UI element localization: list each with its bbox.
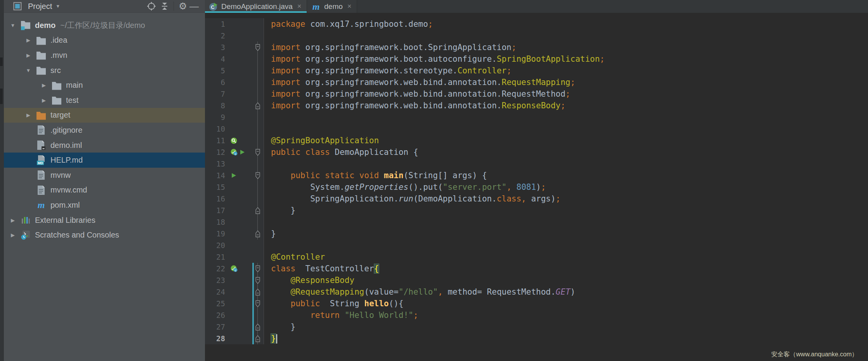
- code-text[interactable]: package com.xq17.springboot.demo;: [264, 18, 868, 30]
- code-line-4[interactable]: 4import org.springframework.boot.autocon…: [205, 53, 868, 65]
- code-text[interactable]: public static void main(String[] args) {: [264, 170, 868, 181]
- fold-start-icon[interactable]: [255, 149, 260, 156]
- collapsed-arrow-icon[interactable]: ▶: [6, 232, 19, 238]
- code-line-27[interactable]: 27 }: [205, 321, 868, 333]
- code-line-10[interactable]: 10: [205, 123, 868, 135]
- tree-item-mvnw[interactable]: mvnw: [4, 168, 205, 183]
- collapsed-arrow-icon[interactable]: ▶: [37, 97, 50, 103]
- code-line-24[interactable]: 24 @RequestMapping(value="/hello", metho…: [205, 286, 868, 298]
- code-text[interactable]: [264, 123, 868, 135]
- collapse-all-icon[interactable]: [158, 1, 171, 11]
- code-line-20[interactable]: 20: [205, 240, 868, 251]
- code-text[interactable]: }: [264, 228, 868, 240]
- fold-end-icon[interactable]: [255, 207, 260, 214]
- code-text[interactable]: import org.springframework.web.bind.anno…: [264, 100, 868, 111]
- code-line-25[interactable]: 25 public String hello(){: [205, 298, 868, 309]
- collapsed-arrow-icon[interactable]: ▶: [22, 112, 35, 118]
- close-tab-icon[interactable]: ×: [297, 2, 302, 10]
- code-text[interactable]: import org.springframework.boot.SpringAp…: [264, 42, 868, 53]
- run-gutter-icon[interactable]: [231, 172, 237, 179]
- run-gutter-icon[interactable]: [239, 149, 245, 155]
- tree-item--mvn[interactable]: ▶.mvn: [4, 48, 205, 63]
- code-text[interactable]: import org.springframework.web.bind.anno…: [264, 88, 868, 100]
- chevron-down-icon[interactable]: ▼: [56, 3, 60, 9]
- code-line-22[interactable]: 22cclass TestController{: [205, 263, 868, 274]
- code-text[interactable]: import org.springframework.web.bind.anno…: [264, 76, 868, 88]
- code-text[interactable]: SpringApplication.run(DemoApplication.cl…: [264, 193, 868, 205]
- code-line-12[interactable]: 12cpublic class DemoApplication {: [205, 146, 868, 158]
- fold-start-icon[interactable]: [255, 265, 260, 272]
- code-line-28[interactable]: 28}: [205, 333, 868, 344]
- fold-start-icon[interactable]: [255, 300, 260, 307]
- fold-start-icon[interactable]: [255, 44, 260, 51]
- code-text[interactable]: @ResponseBody: [264, 274, 868, 286]
- code-text[interactable]: [264, 158, 868, 170]
- tree-item--idea[interactable]: ▶.idea: [4, 33, 205, 48]
- code-text[interactable]: public String hello(){: [264, 298, 868, 309]
- code-text[interactable]: import org.springframework.boot.autoconf…: [264, 53, 868, 65]
- code-line-23[interactable]: 23 @ResponseBody: [205, 274, 868, 286]
- close-tab-icon[interactable]: ×: [347, 2, 352, 10]
- code-text[interactable]: [264, 30, 868, 42]
- code-line-26[interactable]: 26 return "Hello World!";: [205, 309, 868, 321]
- tree-item--gitignore[interactable]: .gitignore: [4, 123, 205, 138]
- code-editor[interactable]: 1package com.xq17.springboot.demo;23impo…: [205, 13, 868, 361]
- code-text[interactable]: import org.springframework.stereotype.Co…: [264, 65, 868, 76]
- code-line-3[interactable]: 3import org.springframework.boot.SpringA…: [205, 42, 868, 53]
- tree-item-mvnw-cmd[interactable]: mvnw.cmd: [4, 183, 205, 198]
- tree-item-test[interactable]: ▶test: [4, 93, 205, 108]
- project-panel-title[interactable]: Project: [28, 2, 52, 11]
- code-line-1[interactable]: 1package com.xq17.springboot.demo;: [205, 18, 868, 30]
- tree-item-help-md[interactable]: MDHELP.md: [4, 153, 205, 168]
- fold-end-icon[interactable]: [255, 323, 260, 331]
- spring-bean-gutter-icon[interactable]: c: [231, 149, 238, 156]
- code-line-18[interactable]: 18: [205, 216, 868, 228]
- code-text[interactable]: }: [264, 321, 868, 333]
- fold-end-icon[interactable]: [255, 230, 260, 238]
- collapsed-arrow-icon[interactable]: ▶: [22, 52, 35, 58]
- expanded-arrow-icon[interactable]: ▼: [6, 23, 19, 28]
- collapsed-arrow-icon[interactable]: ▶: [6, 217, 19, 223]
- expanded-arrow-icon[interactable]: ▼: [22, 68, 35, 73]
- collapsed-arrow-icon[interactable]: ▶: [37, 82, 50, 88]
- code-text[interactable]: @SpringBootApplication: [264, 135, 868, 146]
- code-line-7[interactable]: 7import org.springframework.web.bind.ann…: [205, 88, 868, 100]
- code-text[interactable]: [264, 240, 868, 251]
- code-line-2[interactable]: 2: [205, 30, 868, 42]
- code-line-19[interactable]: 19}: [205, 228, 868, 240]
- code-line-6[interactable]: 6import org.springframework.web.bind.ann…: [205, 76, 868, 88]
- code-text[interactable]: return "Hello World!";: [264, 309, 868, 321]
- code-text[interactable]: System.getProperties().put("server.port"…: [264, 181, 868, 193]
- hide-panel-icon[interactable]: —: [189, 1, 199, 12]
- code-text[interactable]: }: [264, 333, 868, 344]
- tree-item-external-libraries[interactable]: ▶External Libraries: [4, 213, 205, 228]
- fold-start-icon[interactable]: [255, 172, 260, 179]
- fold-start-icon[interactable]: [255, 277, 260, 284]
- code-text[interactable]: @RequestMapping(value="/hello", method= …: [264, 286, 868, 298]
- code-line-17[interactable]: 17 }: [205, 205, 868, 216]
- gear-icon[interactable]: ⚙: [176, 1, 189, 11]
- code-text[interactable]: public class DemoApplication {: [264, 146, 868, 158]
- code-text[interactable]: [264, 216, 868, 228]
- tree-item-demo[interactable]: ▼demo~/工作区/垃圾目录/demo: [4, 18, 205, 33]
- spring-search-gutter-icon[interactable]: [231, 137, 237, 144]
- tab-demoapplication-java[interactable]: CDemoApplication.java×: [205, 0, 307, 13]
- code-line-14[interactable]: 14 public static void main(String[] args…: [205, 170, 868, 181]
- code-line-13[interactable]: 13: [205, 158, 868, 170]
- code-text[interactable]: @Controller: [264, 251, 868, 263]
- code-line-11[interactable]: 11@SpringBootApplication: [205, 135, 868, 146]
- tree-item-scratches-and-consoles[interactable]: ▶Scratches and Consoles: [4, 227, 205, 243]
- code-line-8[interactable]: 8import org.springframework.web.bind.ann…: [205, 100, 868, 111]
- fold-end-icon[interactable]: [255, 335, 260, 342]
- tree-item-demo-iml[interactable]: demo.iml: [4, 138, 205, 153]
- code-line-21[interactable]: 21@Controller: [205, 251, 868, 263]
- code-line-9[interactable]: 9: [205, 111, 868, 123]
- code-text[interactable]: class TestController{: [264, 263, 868, 274]
- collapsed-arrow-icon[interactable]: ▶: [22, 37, 35, 43]
- code-text[interactable]: }: [264, 205, 868, 216]
- fold-end-icon[interactable]: [255, 102, 260, 109]
- tree-item-main[interactable]: ▶main: [4, 78, 205, 93]
- code-line-5[interactable]: 5import org.springframework.stereotype.C…: [205, 65, 868, 76]
- code-text[interactable]: [264, 111, 868, 123]
- code-line-16[interactable]: 16 SpringApplication.run(DemoApplication…: [205, 193, 868, 205]
